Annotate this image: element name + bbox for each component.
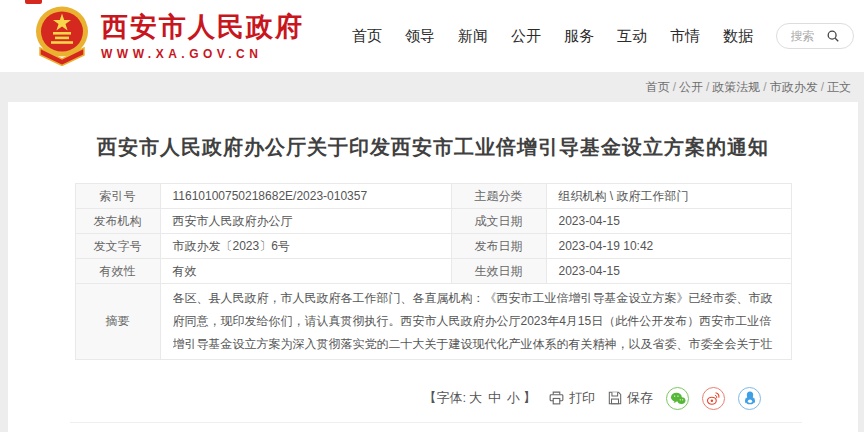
nav-item-interact[interactable]: 互动 [617, 27, 647, 46]
meta-value-category: 组织机构 \ 政府工作部门 [546, 184, 791, 209]
meta-label-summary: 摘要 [75, 284, 160, 360]
meta-label-issuer: 发布机构 [75, 209, 160, 234]
meta-value-effective: 2023-04-15 [546, 259, 791, 284]
nav-item-data[interactable]: 数据 [723, 27, 753, 46]
nav-item-open[interactable]: 公开 [511, 27, 541, 46]
print-label: 打印 [569, 389, 595, 407]
footer-divider [70, 422, 802, 423]
meta-label-validity: 有效性 [75, 259, 160, 284]
meta-label-category: 主题分类 [451, 184, 546, 209]
meta-label-effective: 生效日期 [451, 259, 546, 284]
main-nav: 首页 领导 新闻 公开 服务 互动 市情 数据 [352, 0, 753, 72]
meta-label-docnum: 发文字号 [75, 234, 160, 259]
breadcrumb-open[interactable]: 公开 [679, 80, 703, 94]
printer-icon [549, 391, 564, 405]
summary-text: 各区、县人民政府，市人民政府各工作部门、各直属机构：《西安市工业倍增引导基金设立… [173, 287, 779, 356]
breadcrumb-szbf[interactable]: 市政办发 [770, 80, 818, 94]
breadcrumb-separator: / [673, 80, 676, 94]
table-row: 发布机构 西安市人民政府办公厅 成文日期 2023-04-15 [75, 209, 791, 234]
search-icon[interactable] [826, 29, 840, 43]
document-meta-table: 索引号 11610100750218682E/2023-010357 主题分类 … [75, 183, 792, 360]
page-title: 西安市人民政府办公厅关于印发西安市工业倍增引导基金设立方案的通知 [48, 134, 818, 161]
wechat-icon [670, 392, 686, 405]
save-icon [608, 391, 622, 405]
meta-value-issuer: 西安市人民政府办公厅 [160, 209, 451, 234]
meta-label-written: 成文日期 [451, 209, 546, 234]
save-button[interactable]: 保存 [608, 389, 653, 407]
meta-value-summary: 各区、县人民政府，市人民政府各工作部门、各直属机构：《西安市工业倍增引导基金设立… [160, 284, 791, 360]
meta-value-validity: 有效 [160, 259, 451, 284]
site-identity: 西安市人民政府 WWW.XA.GOV.CN [101, 11, 304, 61]
nav-item-services[interactable]: 服务 [564, 27, 594, 46]
site-logo[interactable]: 西安市人民政府 WWW.XA.GOV.CN [33, 5, 304, 66]
font-control-prefix: 【字体: [423, 389, 466, 407]
nav-item-home[interactable]: 首页 [352, 27, 382, 46]
font-size-small-button[interactable]: 小 [507, 389, 520, 407]
table-row-summary: 摘要 各区、县人民政府，市人民政府各工作部门、各直属机构：《西安市工业倍增引导基… [75, 284, 791, 360]
meta-label-index: 索引号 [75, 184, 160, 209]
search-box[interactable] [776, 23, 854, 49]
meta-value-docnum: 市政办发〔2023〕6号 [160, 234, 451, 259]
meta-value-written: 2023-04-15 [546, 209, 791, 234]
weibo-icon [706, 392, 721, 405]
top-edge-red-artifact [25, 0, 42, 4]
share-weibo-button[interactable] [702, 387, 725, 410]
breadcrumb: 首页/公开/政策法规/市政办发/正文 [646, 79, 851, 96]
font-size-medium-button[interactable]: 中 [488, 389, 501, 407]
table-row: 有效性 有效 生效日期 2023-04-15 [75, 259, 791, 284]
content-card: 西安市人民政府办公厅关于印发西安市工业倍增引导基金设立方案的通知 索引号 116… [8, 102, 858, 432]
nav-item-news[interactable]: 新闻 [458, 27, 488, 46]
save-label: 保存 [627, 389, 653, 407]
share-wechat-button[interactable] [666, 387, 689, 410]
table-row: 索引号 11610100750218682E/2023-010357 主题分类 … [75, 184, 791, 209]
share-qq-button[interactable] [738, 387, 761, 410]
site-name: 西安市人民政府 [101, 11, 304, 43]
breadcrumb-separator: / [763, 80, 766, 94]
meta-value-published: 2023-04-19 10:42 [546, 234, 791, 259]
search-input[interactable] [791, 29, 821, 43]
site-header: 西安市人民政府 WWW.XA.GOV.CN 首页 领导 新闻 公开 服务 互动 … [0, 0, 864, 72]
nav-item-city[interactable]: 市情 [670, 27, 700, 46]
table-row: 发文字号 市政办发〔2023〕6号 发布日期 2023-04-19 10:42 [75, 234, 791, 259]
font-control-suffix: 】 [523, 389, 536, 407]
nav-item-leaders[interactable]: 领导 [405, 27, 435, 46]
qq-icon [744, 391, 756, 405]
font-size-large-button[interactable]: 大 [469, 389, 482, 407]
meta-value-index: 11610100750218682E/2023-010357 [160, 184, 451, 209]
national-emblem-icon [33, 5, 91, 66]
breadcrumb-policy[interactable]: 政策法规 [712, 80, 760, 94]
breadcrumb-separator: / [706, 80, 709, 94]
breadcrumb-current: 正文 [827, 80, 851, 94]
print-button[interactable]: 打印 [549, 389, 595, 407]
article-toolbar: 【字体: 大 中 小 】 打印 保存 [423, 383, 761, 413]
breadcrumb-separator: / [821, 80, 824, 94]
font-size-control: 【字体: 大 中 小 】 [423, 389, 536, 407]
breadcrumb-home[interactable]: 首页 [646, 80, 670, 94]
meta-label-published: 发布日期 [451, 234, 546, 259]
site-url: WWW.XA.GOV.CN [101, 47, 304, 61]
